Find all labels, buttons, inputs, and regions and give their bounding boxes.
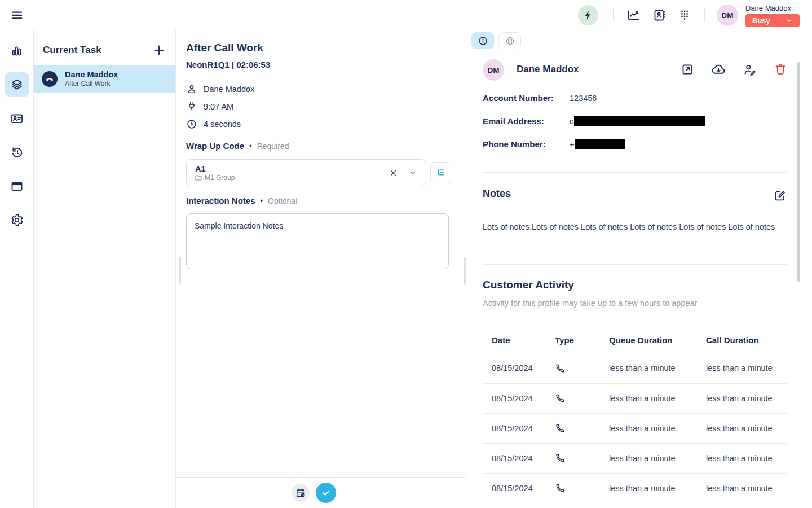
cell-queue-duration: less than a minute [600, 413, 697, 443]
delete-contact-button[interactable] [773, 62, 788, 77]
wrapup-code-select[interactable]: A1 M1 Group [186, 159, 426, 186]
current-task-panel: Current Task Dane Maddox After Call Work [34, 30, 176, 508]
interaction-meta-list: Dane Maddox 9:07 AM 4 seconds [186, 80, 254, 133]
open-profile-external-button[interactable] [680, 62, 695, 77]
left-nav-rail [0, 30, 34, 508]
cell-date: 08/15/2024 [483, 473, 546, 503]
after-call-work-panel: After Call Work NeonR1Q1 | 02:06:53 Dane… [176, 30, 466, 508]
right-panel-scrollbar[interactable] [797, 62, 800, 282]
start-time-row: 9:07 AM [186, 98, 254, 115]
wrapup-tree-view-button[interactable] [430, 162, 451, 183]
bullet: • [261, 196, 263, 205]
complete-wrapup-button[interactable] [316, 483, 336, 503]
bar-chart-icon [10, 45, 23, 58]
export-contact-button[interactable] [711, 62, 726, 77]
column-header-type: Type [546, 326, 600, 353]
cell-call-duration: less than a minute [697, 443, 788, 473]
contacts-button[interactable] [652, 8, 666, 22]
status-dropdown[interactable]: Busy [745, 14, 800, 27]
clear-wrapup-button[interactable] [385, 164, 401, 181]
account-number-row: Account Number: 123456 [483, 93, 597, 103]
profile-name: Dane Maddox [517, 64, 579, 75]
email-prefix: c [570, 117, 573, 126]
notes-text: Lots of notes.Lots of notes Lots of note… [483, 222, 784, 231]
contact-card-icon [10, 112, 24, 125]
call-type-icon [546, 383, 600, 413]
sidebar-item-contacts[interactable] [5, 106, 29, 131]
status-label: Busy [752, 16, 770, 25]
wrapup-code-value: A1 [195, 164, 385, 174]
edit-notes-button[interactable] [773, 189, 787, 203]
person-icon [186, 84, 197, 95]
hamburger-menu-button[interactable] [9, 7, 25, 23]
email-label: Email Address: [483, 116, 570, 126]
topbar: DM Dane Maddox Busy [0, 0, 812, 30]
wrapup-label-row: Wrap Up Code • Required [186, 141, 289, 151]
wrapup-label: Wrap Up Code [186, 141, 244, 151]
combo-divider [403, 165, 403, 180]
sidebar-item-settings[interactable] [5, 208, 29, 233]
interaction-notes-input[interactable]: Sample Interaction Notes [186, 213, 449, 269]
interaction-notes-requirement: Optional [268, 196, 297, 205]
dialpad-icon [678, 8, 691, 22]
open-wrapup-dropdown-button[interactable] [404, 164, 421, 181]
contact-name-row: Dane Maddox [186, 80, 254, 98]
phone-row: Phone Number: + [483, 139, 625, 149]
performance-button[interactable] [626, 8, 640, 22]
folder-icon [195, 174, 202, 181]
layers-icon [10, 78, 24, 91]
task-item-subtitle: After Call Work [65, 80, 118, 88]
customer-activity-table: Date Type Queue Duration Call Duration 0… [483, 326, 788, 503]
bullet: • [249, 142, 252, 150]
table-row[interactable]: 08/15/2024 less than a minute less than … [483, 473, 788, 503]
interaction-notes-label: Interaction Notes [186, 196, 255, 205]
tab-profile-info[interactable] [471, 32, 494, 49]
panel-scrollbar-right[interactable] [464, 257, 466, 285]
table-row[interactable]: 08/15/2024 less than a minute less than … [483, 443, 788, 473]
tab-ai-insights[interactable] [498, 32, 521, 49]
wrapup-group-row: M1 Group [195, 174, 385, 182]
account-number-label: Account Number: [483, 93, 570, 103]
schedule-callback-button[interactable] [292, 484, 310, 502]
phone-label: Phone Number: [483, 139, 570, 149]
column-header-queue-duration: Queue Duration [600, 326, 697, 353]
history-icon [10, 146, 24, 159]
call-type-icon [546, 353, 600, 383]
customer-activity-title: Customer Activity [483, 279, 574, 291]
task-list-item[interactable]: Dane Maddox After Call Work [34, 65, 175, 93]
cell-queue-duration: less than a minute [600, 383, 697, 413]
sidebar-item-interactions[interactable] [5, 72, 29, 97]
current-task-title: Current Task [43, 45, 102, 56]
redaction-bar [575, 139, 625, 149]
call-type-icon [546, 443, 600, 473]
call-hangup-icon [42, 71, 58, 87]
person-edit-icon [743, 63, 757, 77]
hamburger-icon [10, 8, 24, 23]
user-avatar[interactable]: DM [717, 5, 738, 26]
table-row[interactable]: 08/15/2024 less than a minute less than … [483, 383, 788, 413]
clock-icon [186, 119, 197, 130]
boost-button[interactable] [578, 5, 598, 25]
info-icon [478, 36, 488, 46]
cell-date: 08/15/2024 [483, 353, 546, 383]
dialpad-button[interactable] [678, 8, 691, 22]
user-name: Dane Maddox [745, 4, 791, 12]
profile-avatar-initials: DM [488, 66, 500, 75]
table-row[interactable]: 08/15/2024 less than a minute less than … [483, 353, 788, 383]
cell-date: 08/15/2024 [483, 413, 546, 443]
edit-contact-button[interactable] [742, 62, 757, 77]
sidebar-item-browser[interactable] [5, 174, 29, 199]
avatar-initials: DM [722, 11, 734, 20]
chevron-down-icon [785, 17, 793, 24]
sidebar-item-performance[interactable] [5, 38, 29, 63]
add-task-button[interactable] [152, 43, 166, 58]
sidebar-item-history[interactable] [5, 140, 29, 165]
table-row[interactable]: 08/15/2024 less than a minute less than … [483, 413, 788, 443]
external-link-icon [681, 63, 694, 76]
cell-date: 08/15/2024 [483, 443, 546, 473]
lightning-icon [582, 10, 594, 21]
gear-icon [10, 213, 24, 227]
queue-and-timer: NeonR1Q1 | 02:06:53 [186, 60, 270, 69]
cell-call-duration: less than a minute [697, 383, 788, 413]
panel-scrollbar-left[interactable] [179, 257, 181, 285]
